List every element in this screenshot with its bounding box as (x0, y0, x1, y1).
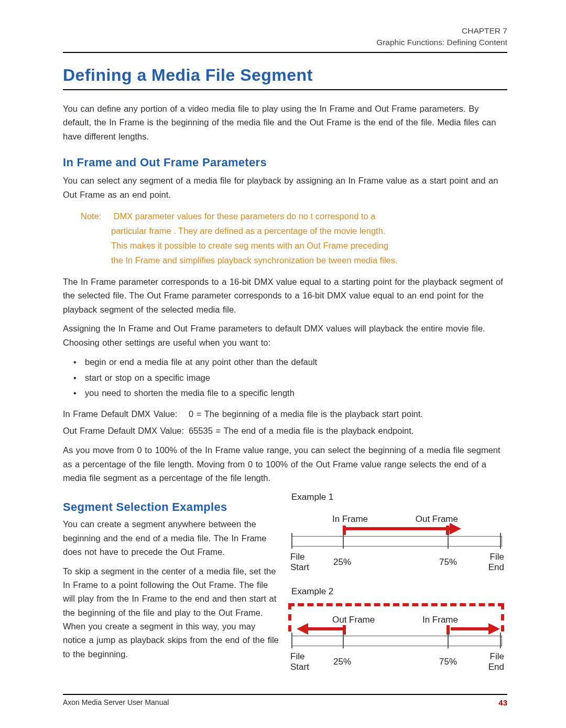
page-footer: Axon Media Server User Manual 43 (63, 694, 507, 707)
dmx-value: 0 = The beginning of a media file is the… (189, 406, 423, 421)
example2-diagram: Out Frame In Frame File Start 25% 75% Fi… (291, 599, 501, 668)
bullet-item: begin or end a media file at any point o… (71, 355, 507, 370)
ex1-25-label: 25% (333, 557, 351, 568)
tick-start-icon (291, 533, 292, 549)
example1-title: Example 1 (291, 492, 507, 502)
timeline-bar (291, 636, 502, 646)
tick-75-icon (448, 633, 449, 648)
note-block: Note: DMX parameter values for these par… (81, 209, 507, 267)
bullet-item: start or stop on a specific image (71, 370, 507, 386)
ex1-file-start-label: File Start (290, 552, 314, 572)
ex2-in-frame-label: In Frame (422, 615, 458, 625)
chapter-label: CHAPTER 7 (63, 25, 507, 37)
subsection-title-examples: Segment Selection Examples (63, 500, 280, 514)
note-line-4: the In Frame and simplifies playback syn… (81, 253, 507, 267)
example1-diagram: In Frame Out Frame File Start 25% 75% Fi… (291, 505, 501, 574)
title-rule (63, 89, 507, 90)
arrow-right-icon (345, 527, 450, 530)
footer-rule (63, 694, 507, 695)
ex1-in-frame-label: In Frame (332, 514, 368, 524)
ex1-file-end-label: File End (480, 552, 504, 572)
manual-title: Axon Media Server User Manual (63, 698, 169, 707)
note-line-2: particular frame . They are defined as a… (81, 223, 507, 238)
tick-25-icon (343, 533, 344, 549)
page-title: Defining a Media File Segment (63, 66, 507, 85)
dmx-default-row: In Frame Default DMX Value: 0 = The begi… (63, 406, 507, 421)
dmx-label: Out Frame Default DMX Value: (63, 423, 189, 438)
tick-end-icon (500, 633, 501, 648)
tick-25-icon (343, 633, 344, 648)
ex2-out-frame-label: Out Frame (332, 615, 375, 625)
segment-paragraph-2: To skip a segment in the center of a med… (63, 564, 280, 661)
arrow-left-icon (308, 627, 346, 630)
example2-title: Example 2 (291, 586, 507, 597)
timeline-bar (291, 536, 502, 547)
intro-paragraph: You can define any portion of a video me… (63, 102, 507, 143)
segment-paragraph-1: You can create a segment anywhere betwee… (63, 517, 280, 559)
dmx-default-row: Out Frame Default DMX Value: 65535 = The… (63, 423, 507, 438)
page-number: 43 (498, 698, 507, 707)
note-line-3: This makes it possible to create seg men… (81, 238, 507, 253)
ex2-file-start-label: File Start (290, 651, 314, 672)
bullet-list: begin or end a media file at any point o… (71, 355, 507, 401)
tick-end-icon (500, 533, 501, 549)
running-head: CHAPTER 7 Graphic Functions: Defining Co… (63, 25, 507, 49)
arrow-right-icon (451, 627, 488, 630)
dmx-value: 65535 = The end of a media file is the p… (189, 423, 413, 438)
section-label: Graphic Functions: Defining Content (63, 37, 507, 48)
subsection-title-parameters: In Frame and Out Frame Parameters (63, 156, 507, 169)
ex1-75-label: 75% (439, 557, 457, 568)
dmx-label: In Frame Default DMX Value: (63, 406, 189, 421)
after-note-paragraph-1: The In Frame parameter corresponds to a … (63, 275, 507, 316)
note-line-1: DMX parameter values for these parameter… (114, 211, 376, 221)
bullet-item: you need to shorten the media file to a … (71, 386, 507, 401)
tick-start-icon (291, 633, 292, 648)
tick-75-icon (448, 533, 449, 549)
param-intro-paragraph: You can select any segment of a media fi… (63, 174, 507, 201)
ex2-75-label: 75% (439, 657, 457, 667)
range-paragraph: As you move from 0 to 100% of the In Fra… (63, 443, 507, 485)
header-rule (63, 52, 507, 53)
ex2-file-end-label: File End (480, 651, 504, 672)
ex2-25-label: 25% (333, 657, 351, 667)
after-note-paragraph-2: Assigning the In Frame and Out Frame par… (63, 322, 507, 349)
note-label: Note: (81, 209, 111, 223)
